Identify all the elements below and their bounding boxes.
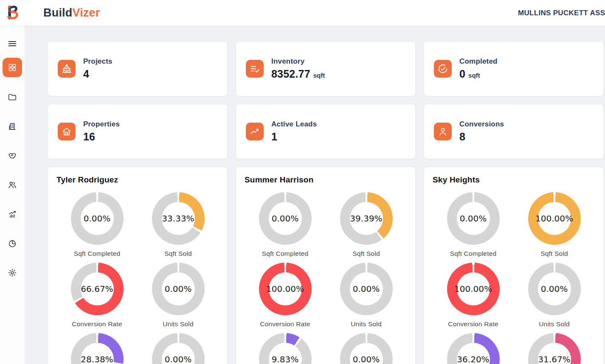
metric-label: Sqft Sold [540, 250, 568, 258]
trending-up-icon [249, 126, 260, 137]
person-icon [437, 126, 448, 137]
metric: 0.00% Sqft Completed [259, 192, 312, 258]
handshake-icon [8, 151, 17, 160]
metric: 28.38% [71, 333, 124, 364]
stat-icon-tile [58, 123, 76, 140]
donut-chart: 66.67% [71, 263, 124, 315]
donut-value: 0.00% [460, 213, 487, 224]
donut-chart: 100.00% [528, 192, 581, 245]
stat-card-inventory: Inventory 8352.77 sqft [236, 41, 416, 96]
donut-chart: 0.00% [340, 263, 393, 315]
metric: 33.33% Sqft Sold [152, 192, 205, 258]
metric-label: Units Sold [163, 320, 194, 328]
app-logo[interactable]: BuildVizer [5, 4, 100, 22]
stat-text: Conversions 8 [459, 120, 504, 143]
project-title: Summer Harrison [245, 175, 407, 185]
sidebar-item-reports[interactable] [8, 239, 17, 248]
sidebar-item-folder[interactable] [8, 92, 17, 102]
check-circle-icon [437, 63, 448, 74]
sidebar-item-users[interactable] [8, 180, 17, 190]
stats-grid: Projects 4 Inventory 8352.77 sqft Comple… [48, 41, 604, 159]
office-building-icon [8, 122, 17, 131]
stat-label: Conversions [459, 120, 504, 129]
stat-value: 0 [459, 68, 465, 80]
donut-value: 66.67% [81, 284, 113, 294]
donut-chart: 0.00% [528, 263, 581, 315]
brand-name-secondary: Vizer [73, 6, 100, 19]
checklist-check-icon [249, 63, 260, 74]
buildvizer-dashboard: BuildVizer MULLINS PUCKETT ASSOC [0, 0, 605, 364]
metric-label: Sqft Sold [164, 250, 192, 258]
metric: 0.00% [152, 333, 205, 364]
metric: 36.20% [447, 333, 500, 364]
metric: 0.00% Sqft Completed [447, 192, 500, 258]
metric: 0.00% Units Sold [528, 263, 581, 328]
stat-icon-tile [434, 60, 452, 78]
stat-card-conversions: Conversions 8 [424, 104, 604, 159]
metric: 0.00% Sqft Completed [71, 192, 124, 258]
metric-label: Units Sold [351, 320, 382, 328]
donut-value: 33.33% [162, 213, 194, 224]
donut-chart: 0.00% [447, 192, 500, 245]
stat-unit: sqft [313, 72, 325, 79]
stat-icon-tile [434, 123, 452, 140]
sidebar-item-dashboard[interactable] [3, 58, 22, 77]
sidebar-item-building[interactable] [8, 122, 17, 131]
donut-value: 0.00% [165, 284, 192, 294]
donut-chart: 39.39% [340, 192, 393, 245]
stat-icon-tile [58, 60, 76, 78]
sidebar [0, 26, 25, 364]
stat-unit: sqft [468, 72, 480, 79]
metric-label: Sqft Completed [74, 250, 121, 258]
sidebar-item-handshake[interactable] [8, 151, 17, 160]
growth-chart-icon [8, 210, 17, 219]
sidebar-item-settings[interactable] [8, 268, 17, 277]
donut-value: 100.00% [266, 284, 304, 294]
stat-icon-tile [246, 60, 264, 78]
metric: 39.39% Sqft Sold [340, 192, 393, 258]
donut-chart: 0.00% [152, 263, 205, 315]
metric: 0.00% [340, 333, 393, 364]
folder-icon [8, 92, 17, 102]
project-card: Tyler Rodriguez 0.00% Sqft Completed 33.… [48, 167, 228, 364]
donut-chart: 100.00% [259, 263, 312, 315]
stat-value: 1 [271, 131, 277, 143]
metric: 9.83% [259, 333, 312, 364]
stat-card-properties: Properties 16 [48, 104, 228, 159]
hamburger-icon [8, 39, 17, 48]
donut-value: 0.00% [165, 354, 192, 364]
metric-label: Sqft Completed [450, 250, 497, 258]
stat-value: 16 [83, 131, 95, 143]
sidebar-item-analytics[interactable] [8, 210, 17, 219]
metrics-grid: 0.00% Sqft Completed 100.00% Sqft Sold 1… [433, 192, 595, 364]
stat-card-active-leads: Active Leads 1 [236, 104, 416, 159]
menu-toggle-button[interactable] [8, 39, 17, 48]
stat-label: Projects [83, 57, 113, 66]
donut-chart: 100.00% [447, 263, 500, 315]
donut-value: 0.00% [353, 354, 380, 364]
project-title: Tyler Rodriguez [56, 175, 219, 185]
metric: 66.67% Conversion Rate [71, 263, 124, 328]
stat-value: 8352.77 [271, 68, 310, 80]
stat-text: Properties 16 [83, 120, 120, 143]
stat-card-projects: Projects 4 [48, 41, 228, 96]
stat-label: Completed [459, 57, 498, 66]
users-icon [8, 180, 17, 190]
donut-value: 9.83% [272, 354, 299, 364]
stat-label: Properties [83, 120, 120, 129]
donut-chart: 0.00% [340, 333, 393, 364]
metric: 100.00% Sqft Sold [528, 192, 581, 258]
stat-label: Inventory [271, 57, 325, 66]
project-card: Sky Heights 0.00% Sqft Completed 100.00%… [424, 167, 604, 364]
donut-chart: 31.67% [528, 333, 581, 364]
metric: 100.00% Conversion Rate [447, 263, 500, 328]
metric-label: Conversion Rate [448, 320, 498, 328]
donut-value: 0.00% [541, 284, 568, 294]
donut-value: 0.00% [272, 213, 299, 224]
stat-label: Active Leads [271, 120, 317, 129]
metric-label: Conversion Rate [72, 320, 122, 328]
stat-value: 4 [83, 68, 89, 80]
dashboard-grid-icon [8, 63, 17, 72]
metrics-grid: 0.00% Sqft Completed 39.39% Sqft Sold 10… [245, 192, 407, 364]
pie-chart-icon [8, 239, 17, 248]
